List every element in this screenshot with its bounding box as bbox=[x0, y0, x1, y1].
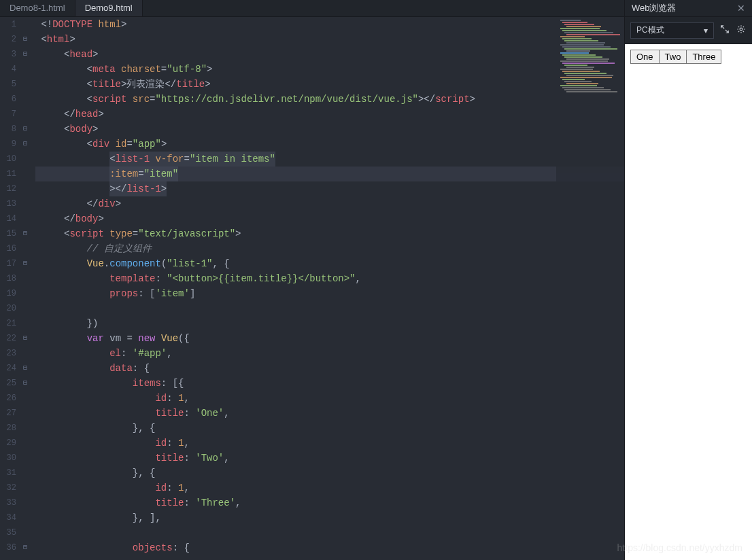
minimap-line bbox=[564, 73, 606, 74]
line-number: 27 bbox=[0, 406, 33, 421]
code-line[interactable]: var vm = new Vue({ bbox=[35, 331, 624, 346]
code-line[interactable]: el: '#app', bbox=[35, 346, 624, 361]
line-number: 24⊟ bbox=[0, 361, 33, 376]
code-line[interactable]: <html> bbox=[35, 32, 624, 47]
line-number: 35 bbox=[0, 525, 33, 540]
code-line[interactable]: items: [{ bbox=[35, 376, 624, 391]
code-content[interactable]: <!DOCTYPE html> <html> <head> <meta char… bbox=[33, 17, 624, 560]
code-line[interactable]: id: 1, bbox=[35, 480, 624, 495]
minimap-line bbox=[560, 28, 600, 29]
code-line[interactable]: <meta charset="utf-8"> bbox=[35, 62, 624, 77]
line-number: 5 bbox=[0, 77, 33, 92]
code-line[interactable]: id: 1, bbox=[35, 391, 624, 406]
line-number: 36⊟ bbox=[0, 540, 33, 555]
line-number: 8⊟ bbox=[0, 122, 33, 137]
expand-icon[interactable] bbox=[719, 24, 730, 37]
code-line[interactable]: data: { bbox=[35, 361, 624, 376]
minimap-line bbox=[566, 50, 590, 52]
code-line[interactable]: Vue.component("list-1", { bbox=[35, 256, 624, 271]
code-line[interactable]: }) bbox=[35, 316, 624, 331]
line-number: 9⊟ bbox=[0, 137, 33, 152]
fold-icon[interactable]: ⊟ bbox=[20, 331, 27, 346]
code-line[interactable]: id: 1, bbox=[35, 436, 624, 451]
line-number: 7 bbox=[0, 107, 33, 122]
fold-icon[interactable]: ⊟ bbox=[20, 32, 27, 47]
minimap-line bbox=[560, 36, 585, 37]
minimap[interactable] bbox=[556, 17, 624, 248]
minimap-line bbox=[562, 54, 596, 56]
code-line[interactable]: :item="item" bbox=[35, 167, 624, 181]
code-line[interactable]: <!DOCTYPE html> bbox=[35, 17, 624, 32]
line-number: 20 bbox=[0, 301, 33, 316]
code-line[interactable]: <script src="https://cdn.jsdelivr.net/np… bbox=[35, 92, 624, 107]
fold-icon[interactable]: ⊟ bbox=[20, 122, 27, 137]
preview-button[interactable]: Three bbox=[686, 50, 721, 64]
chevron-down-icon: ▾ bbox=[704, 26, 708, 35]
code-line[interactable]: title: 'Two', bbox=[35, 451, 624, 466]
code-line[interactable]: <list-1 v-for="item in items" bbox=[35, 152, 624, 167]
gear-icon[interactable] bbox=[736, 24, 747, 37]
line-number: 16 bbox=[0, 241, 33, 256]
close-icon[interactable]: ✕ bbox=[737, 3, 745, 14]
line-number: 18 bbox=[0, 271, 33, 286]
minimap-line bbox=[566, 91, 617, 92]
minimap-line bbox=[562, 71, 600, 72]
minimap-line bbox=[560, 44, 604, 46]
line-number: 33 bbox=[0, 495, 33, 510]
code-line[interactable]: <div id="app"> bbox=[35, 137, 624, 152]
code-line[interactable]: <head> bbox=[35, 47, 624, 62]
line-number: 23 bbox=[0, 346, 33, 361]
line-number: 13 bbox=[0, 196, 33, 211]
device-mode-select[interactable]: PC模式 ▾ bbox=[630, 22, 714, 39]
code-line[interactable]: </body> bbox=[35, 211, 624, 226]
line-number: 3⊟ bbox=[0, 47, 33, 62]
editor-tab[interactable]: Demo8-1.html bbox=[0, 0, 75, 16]
code-line[interactable]: </div> bbox=[35, 196, 624, 211]
preview-button[interactable]: Two bbox=[659, 50, 687, 64]
browser-title: Web浏览器 bbox=[632, 2, 677, 14]
code-line[interactable]: </head> bbox=[35, 107, 624, 122]
code-line[interactable]: // 自定义组件 bbox=[35, 241, 624, 256]
fold-icon[interactable]: ⊟ bbox=[20, 540, 27, 555]
fold-icon[interactable]: ⊟ bbox=[20, 256, 27, 271]
code-line[interactable]: props: ['item'] bbox=[35, 286, 624, 301]
code-line[interactable]: }, ], bbox=[35, 510, 624, 525]
minimap-line bbox=[560, 60, 608, 62]
minimap-line bbox=[564, 56, 602, 58]
minimap-line bbox=[566, 58, 609, 60]
fold-icon[interactable]: ⊟ bbox=[20, 47, 27, 62]
code-line[interactable]: }, { bbox=[35, 466, 624, 480]
line-number: 12 bbox=[0, 181, 33, 196]
line-number: 17⊟ bbox=[0, 256, 33, 271]
code-line[interactable]: title: 'One', bbox=[35, 406, 624, 421]
fold-icon[interactable]: ⊟ bbox=[20, 376, 27, 391]
svg-point-0 bbox=[740, 28, 742, 31]
code-line[interactable]: <script type="text/javascript"> bbox=[35, 226, 624, 241]
line-number: 19 bbox=[0, 286, 33, 301]
minimap-line bbox=[564, 32, 613, 33]
editor-panel: Demo8-1.htmlDemo9.html 12⊟3⊟45678⊟9⊟1011… bbox=[0, 0, 625, 560]
preview-button[interactable]: One bbox=[630, 50, 660, 64]
editor-tab[interactable]: Demo9.html bbox=[75, 0, 143, 16]
code-line[interactable]: template: "<button>{{item.title}}</butto… bbox=[35, 271, 624, 286]
fold-icon[interactable]: ⊟ bbox=[20, 226, 27, 241]
code-line[interactable] bbox=[35, 525, 624, 540]
code-line[interactable]: objects: { bbox=[35, 540, 624, 555]
code-line[interactable]: title: 'Three', bbox=[35, 495, 624, 510]
line-number: 15⊟ bbox=[0, 226, 33, 241]
code-line[interactable]: <body> bbox=[35, 122, 624, 137]
fold-icon[interactable]: ⊟ bbox=[20, 361, 27, 376]
minimap-line bbox=[566, 67, 594, 68]
code-area[interactable]: 12⊟3⊟45678⊟9⊟101112131415⊟1617⊟181920212… bbox=[0, 17, 624, 560]
code-line[interactable]: }, { bbox=[35, 421, 624, 436]
line-number: 4 bbox=[0, 62, 33, 77]
line-number: 10 bbox=[0, 152, 33, 167]
code-line[interactable]: ></list-1> bbox=[35, 181, 624, 196]
line-number: 22⊟ bbox=[0, 331, 33, 346]
fold-icon[interactable]: ⊟ bbox=[20, 137, 27, 152]
code-line[interactable]: <title>列表渲染</title> bbox=[35, 77, 624, 92]
minimap-line bbox=[562, 38, 592, 39]
minimap-line bbox=[566, 34, 620, 35]
code-line[interactable] bbox=[35, 301, 624, 316]
minimap-line bbox=[562, 22, 587, 23]
